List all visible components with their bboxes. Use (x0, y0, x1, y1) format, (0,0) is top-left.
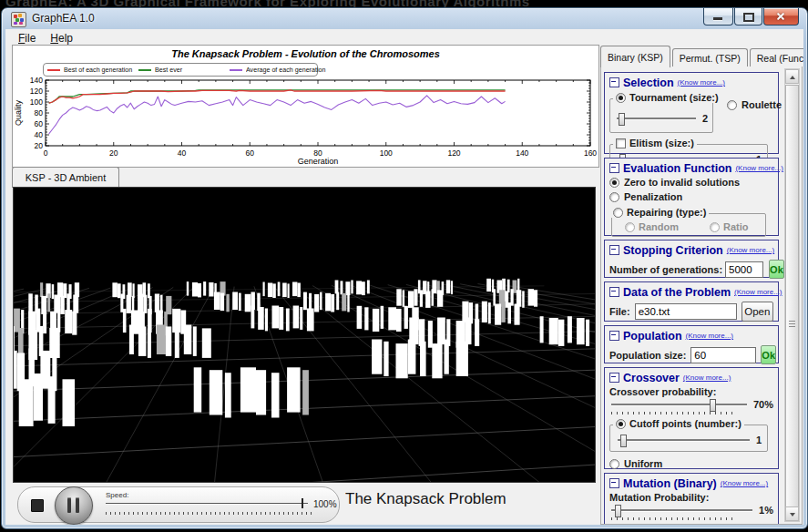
legend-line-average (230, 69, 242, 71)
panel-scrollbar[interactable] (784, 68, 800, 522)
fitness-line-chart: 02040608010012014016020406080100120140Ge… (13, 77, 598, 167)
scroll-down-button[interactable] (785, 506, 799, 521)
zero-invalid-radio[interactable] (609, 178, 619, 188)
cutoff-points-slider[interactable] (616, 434, 752, 446)
generations-input[interactable] (725, 261, 763, 278)
uniform-radio[interactable] (609, 459, 619, 469)
open-file-button[interactable]: Open (742, 302, 773, 322)
scrollbar-thumb[interactable] (785, 85, 799, 509)
arrow-down-icon (790, 513, 795, 517)
tab-binary-ksp[interactable]: Binary (KSP) (600, 46, 670, 67)
repair-ratio-radio[interactable] (710, 222, 720, 232)
legend-item: Best ever (135, 66, 226, 74)
tournament-radio[interactable] (616, 93, 626, 103)
svg-text:140: 140 (516, 148, 528, 158)
repairing-radio[interactable] (613, 208, 623, 218)
section-evaluation: Evaluation Function (Know more...) Zero … (604, 158, 779, 236)
section-mutation: Mutation (Binary) (Know more...) Mutatio… (604, 473, 779, 525)
3d-viewport-canvas[interactable] (14, 188, 595, 482)
speed-slider-thumb[interactable] (302, 498, 303, 508)
know-more-link[interactable]: (Know more...) (686, 332, 733, 340)
mutation-probability-thumb[interactable] (615, 505, 621, 517)
legend-item: Best of each generation (44, 66, 135, 74)
section-population: Population (Know more...) Population siz… (604, 325, 779, 363)
cutoff-points-radio[interactable] (616, 419, 626, 429)
roulette-radio[interactable] (727, 100, 737, 110)
crossover-probability-thumb[interactable] (710, 399, 716, 412)
close-button[interactable] (763, 8, 799, 26)
repair-random-radio[interactable] (625, 222, 635, 232)
scrollbar-grip-icon (789, 321, 795, 327)
svg-text:80: 80 (35, 108, 44, 118)
speed-slider[interactable] (106, 498, 308, 509)
tab-real-functions[interactable]: Real (Functions) (750, 48, 803, 67)
section-selection: Selection (Know more...) Tournament (siz… (604, 72, 779, 154)
svg-text:40: 40 (35, 130, 44, 139)
speed-slider-ticks (106, 512, 312, 515)
scroll-up-button[interactable] (785, 69, 799, 84)
collapse-icon[interactable] (609, 478, 619, 488)
pause-icon (76, 497, 79, 513)
svg-text:60: 60 (35, 119, 44, 128)
svg-text:100: 100 (30, 97, 43, 107)
problem-tabs: Binary (KSP) Permut. (TSP) Real (Functio… (600, 46, 803, 67)
arrow-up-icon (790, 76, 795, 79)
cutoff-group: Cutoff points (number:) 1 (609, 425, 768, 452)
collapse-icon[interactable] (609, 331, 619, 341)
tab-ksp-3d-ambient[interactable]: KSP - 3D Ambient (12, 167, 119, 188)
stop-button[interactable] (31, 499, 44, 512)
svg-text:120: 120 (30, 87, 43, 96)
close-icon (776, 12, 785, 21)
evolution-chart-panel: The Knapsack Problem - Evolution of the … (12, 45, 599, 168)
collapse-icon[interactable] (609, 373, 619, 383)
legend-line-best-ever (138, 69, 151, 71)
window-title: GraphEA 1.0 (32, 12, 95, 25)
crossover-slider-ticks (611, 412, 737, 414)
problem-caption: The Knapsack Problem (345, 490, 506, 508)
elitism-checkbox[interactable] (616, 138, 626, 148)
minimize-icon (713, 17, 722, 20)
population-ok-button[interactable]: Ok (761, 345, 776, 364)
maximize-button[interactable] (734, 8, 762, 26)
section-stopping-criterion: Stopping Criterion (Know more...) Number… (604, 240, 779, 278)
tab-permut-tsp[interactable]: Permut. (TSP) (672, 48, 748, 67)
section-data-problem: Data of the Problem (Know more...) File:… (604, 281, 779, 322)
population-size-input[interactable] (690, 347, 756, 363)
screen: GraphEA: A 3D Graphical Framework for Ex… (0, 0, 808, 532)
file-input[interactable] (635, 303, 737, 320)
mutation-probability-slider[interactable] (609, 504, 754, 517)
know-more-link[interactable]: (Know more...) (735, 164, 782, 172)
svg-text:Generation: Generation (298, 157, 339, 166)
chart-legend: Best of each generation Best ever Averag… (43, 63, 318, 77)
app-window: GraphEA 1.0 File Help The Knapsack Probl… (1, 7, 808, 529)
repairing-group: Repairing (type:) Random Ratio (611, 213, 766, 237)
3d-viewport[interactable] (13, 187, 596, 483)
mutation-slider-ticks (611, 517, 737, 520)
know-more-link[interactable]: (Know more...) (721, 479, 768, 487)
know-more-link[interactable]: (Know more...) (734, 288, 782, 296)
collapse-icon[interactable] (609, 245, 619, 255)
client-area: File Help The Knapsack Problem - Evoluti… (5, 29, 803, 525)
collapse-icon[interactable] (609, 163, 619, 173)
crossover-probability-slider[interactable] (609, 398, 749, 411)
minimize-button[interactable] (703, 8, 733, 26)
pause-button[interactable] (55, 486, 93, 525)
svg-text:0: 0 (44, 148, 48, 158)
playback-bar: Speed: 100% (17, 486, 340, 523)
app-icon (11, 12, 26, 27)
title-bar[interactable]: GraphEA 1.0 (2, 8, 807, 29)
collapse-icon[interactable] (609, 287, 619, 297)
svg-text:40: 40 (178, 148, 187, 158)
cutoff-points-thumb[interactable] (620, 435, 627, 447)
tournament-size-slider[interactable] (615, 112, 698, 125)
know-more-link[interactable]: (Know more...) (678, 78, 725, 87)
svg-text:160: 160 (584, 148, 597, 158)
know-more-link[interactable]: (Know more...) (727, 246, 774, 254)
collapse-icon[interactable] (609, 77, 619, 87)
penalization-radio[interactable] (609, 192, 619, 202)
legend-line-best (47, 69, 60, 71)
know-more-link[interactable]: (Know more...) (683, 373, 731, 382)
stopping-ok-button[interactable]: Ok (769, 260, 784, 279)
tournament-size-slider-thumb[interactable] (619, 113, 625, 126)
parameters-panel: Selection (Know more...) Tournament (siz… (600, 66, 803, 525)
